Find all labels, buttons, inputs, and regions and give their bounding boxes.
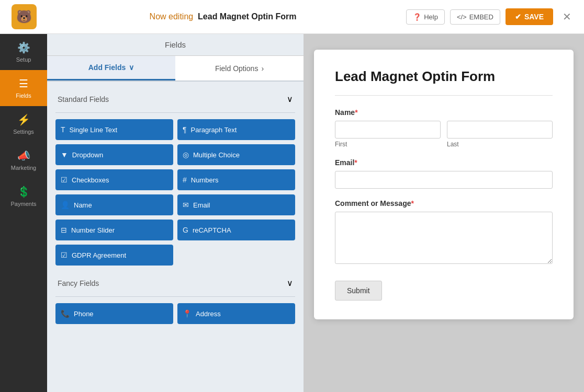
name-icon: 👤 — [61, 201, 70, 209]
submit-button[interactable]: Submit — [335, 281, 382, 301]
gdpr-icon: ☑ — [61, 251, 68, 259]
last-name-input[interactable] — [447, 121, 553, 139]
chevron-right-icon: › — [261, 64, 264, 73]
sidebar: ⚙️ Setup ☰ Fields ⚡ Settings 📣 Marketing… — [0, 34, 47, 392]
field-btn-phone[interactable]: 📞 Phone — [55, 303, 173, 324]
sidebar-item-setup[interactable]: ⚙️ Setup — [0, 34, 47, 70]
sidebar-item-fields[interactable]: ☰ Fields — [0, 70, 47, 106]
fancy-fields-section-header[interactable]: Fancy Fields ∨ — [55, 274, 295, 292]
settings-icon: ⚡ — [17, 113, 30, 126]
first-name-input[interactable] — [335, 121, 441, 139]
sidebar-label-marketing: Marketing — [11, 165, 36, 171]
sidebar-label-payments: Payments — [11, 201, 37, 207]
fields-scroll[interactable]: Standard Fields ∨ T Single Line Text ¶ P… — [47, 82, 304, 392]
question-icon: ❓ — [413, 13, 421, 21]
sidebar-label-setup: Setup — [16, 56, 31, 63]
name-label: Name* — [335, 108, 553, 117]
field-btn-gdpr[interactable]: ☑ GDPR Agreement — [55, 245, 173, 266]
email-label: Email* — [335, 158, 553, 167]
form-name-title: Lead Magnet Optin Form — [198, 12, 296, 21]
email-icon: ✉ — [183, 201, 189, 209]
first-label: First — [335, 141, 441, 148]
top-header: 🐻 Now editing Lead Magnet Optin Form ❓ H… — [0, 0, 584, 34]
center-panel: Fields Add Fields ∨ Field Options › Stan… — [47, 34, 304, 392]
address-icon: 📍 — [183, 309, 192, 318]
field-btn-paragraph-text[interactable]: ¶ Paragraph Text — [177, 119, 295, 140]
text-icon: T — [61, 125, 65, 134]
setup-icon: ⚙️ — [17, 41, 30, 54]
standard-fields-divider — [55, 112, 295, 113]
main-area: ⚙️ Setup ☰ Fields ⚡ Settings 📣 Marketing… — [0, 34, 584, 392]
form-preview: Lead Magnet Optin Form Name* First Last — [304, 34, 584, 392]
field-btn-email[interactable]: ✉ Email — [177, 194, 295, 215]
standard-fields-grid: T Single Line Text ¶ Paragraph Text ▼ Dr… — [55, 119, 295, 266]
chevron-down-icon: ∨ — [129, 63, 134, 72]
sidebar-label-fields: Fields — [16, 93, 31, 99]
form-card: Lead Magnet Optin Form Name* First Last — [314, 50, 574, 319]
fields-icon: ☰ — [19, 77, 28, 90]
payments-icon: 💲 — [17, 186, 30, 198]
sidebar-label-settings: Settings — [13, 129, 34, 135]
checkboxes-icon: ☑ — [61, 176, 68, 184]
form-field-email: Email* — [335, 158, 553, 189]
header-title: Now editing Lead Magnet Optin Form — [46, 12, 400, 21]
fancy-fields-title: Fancy Fields — [58, 279, 99, 287]
first-name-col: First — [335, 121, 441, 148]
form-field-message: Comment or Message* — [335, 199, 553, 266]
sidebar-item-payments[interactable]: 💲 Payments — [0, 178, 47, 214]
standard-fields-section-header[interactable]: Standard Fields ∨ — [55, 90, 295, 108]
sidebar-item-marketing[interactable]: 📣 Marketing — [0, 142, 47, 178]
name-row: First Last — [335, 121, 553, 148]
field-btn-address[interactable]: 📍 Address — [177, 303, 295, 324]
logo-bear-icon: 🐻 — [12, 4, 37, 29]
embed-button[interactable]: </> EMBED — [450, 9, 500, 25]
marketing-icon: 📣 — [17, 149, 30, 162]
numbers-icon: # — [183, 176, 187, 184]
save-button[interactable]: ✔ SAVE — [506, 8, 553, 25]
phone-icon: 📞 — [61, 309, 70, 318]
fancy-fields-collapse-icon: ∨ — [287, 278, 293, 288]
multiple-choice-icon: ◎ — [183, 151, 189, 159]
message-textarea[interactable] — [335, 212, 553, 264]
slider-icon: ⊟ — [61, 226, 67, 234]
field-btn-multiple-choice[interactable]: ◎ Multiple Choice — [177, 144, 295, 165]
logo-area: 🐻 — [8, 4, 40, 29]
field-btn-dropdown[interactable]: ▼ Dropdown — [55, 144, 173, 165]
now-editing-label: Now editing — [150, 12, 194, 21]
help-button[interactable]: ❓ Help — [406, 9, 445, 25]
form-preview-title: Lead Magnet Optin Form — [335, 68, 553, 85]
last-label: Last — [447, 141, 553, 148]
email-input[interactable] — [335, 171, 553, 189]
tabs-row: Add Fields ∨ Field Options › — [47, 56, 304, 82]
check-icon: ✔ — [515, 13, 521, 21]
form-divider — [335, 95, 553, 96]
dropdown-icon: ▼ — [61, 151, 68, 159]
code-icon: </> — [457, 13, 467, 21]
field-btn-numbers[interactable]: # Numbers — [177, 169, 295, 190]
fancy-fields-divider — [55, 296, 295, 297]
field-btn-single-line-text[interactable]: T Single Line Text — [55, 119, 173, 140]
standard-fields-collapse-icon: ∨ — [287, 94, 293, 104]
last-name-col: Last — [447, 121, 553, 148]
panel-header: Fields — [47, 34, 304, 56]
close-button[interactable]: ✕ — [558, 10, 576, 23]
form-field-name: Name* First Last — [335, 108, 553, 148]
recaptcha-icon: G — [183, 226, 188, 234]
field-btn-name[interactable]: 👤 Name — [55, 194, 173, 215]
fancy-fields-grid: 📞 Phone 📍 Address — [55, 303, 295, 324]
tab-field-options[interactable]: Field Options › — [175, 56, 304, 80]
field-btn-recaptcha[interactable]: G reCAPTCHA — [177, 220, 295, 240]
field-btn-checkboxes[interactable]: ☑ Checkboxes — [55, 169, 173, 190]
paragraph-icon: ¶ — [183, 125, 187, 134]
tab-add-fields[interactable]: Add Fields ∨ — [47, 56, 175, 80]
header-actions: ❓ Help </> EMBED ✔ SAVE ✕ — [406, 8, 576, 25]
sidebar-item-settings[interactable]: ⚡ Settings — [0, 106, 47, 142]
field-btn-number-slider[interactable]: ⊟ Number Slider — [55, 220, 173, 240]
standard-fields-title: Standard Fields — [58, 95, 109, 103]
message-label: Comment or Message* — [335, 199, 553, 207]
